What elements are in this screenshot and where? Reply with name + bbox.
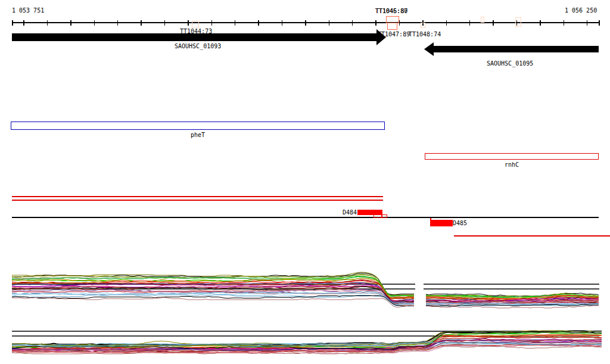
faint-feature-box-2[interactable] xyxy=(421,23,425,28)
faint-feature-box-1[interactable] xyxy=(192,21,199,28)
transcript-line-upper[interactable] xyxy=(12,196,383,197)
transcript-line-lower[interactable] xyxy=(12,200,383,201)
feature-label-phet: pheT xyxy=(191,132,205,138)
transcript-line-bottom-right[interactable] xyxy=(454,235,610,237)
feature-box-phet[interactable] xyxy=(11,122,385,130)
annotation-baseline xyxy=(12,217,599,218)
coverage-panel-2[interactable] xyxy=(12,326,605,356)
gene-label-saouhsc-01095: SAOUHSC_01095 xyxy=(487,60,533,67)
faint-feature-box-4[interactable] xyxy=(515,17,521,27)
feature-box-d485[interactable] xyxy=(430,220,453,226)
gene-arrow-saouhsc-01095[interactable] xyxy=(424,42,599,56)
feature-outline-d484-a[interactable] xyxy=(374,214,382,218)
genome-browser-view: 1 053 751 1 056 250 TT1045:87 TT1046:80 … xyxy=(0,0,610,364)
feature-outline-d484-b[interactable] xyxy=(382,214,387,218)
feature-label-d485: D485 xyxy=(453,220,467,226)
selected-feature-box-lower[interactable] xyxy=(387,23,397,30)
feature-label-rnhc: rnhC xyxy=(505,161,519,168)
feature-label-d484: D484 xyxy=(343,209,357,216)
gene-label-saouhsc-01093: SAOUHSC_01093 xyxy=(175,43,221,49)
faint-feature-box-3[interactable] xyxy=(481,17,484,23)
feature-box-rnhc[interactable] xyxy=(425,153,599,160)
genome-canvas xyxy=(0,0,610,364)
coverage-panel-1[interactable] xyxy=(12,271,602,310)
